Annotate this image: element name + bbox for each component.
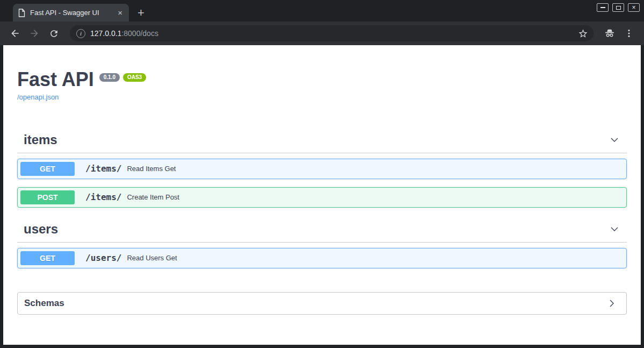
version-badge: 0.1.0 — [99, 73, 120, 82]
menu-kebab-icon[interactable] — [621, 26, 636, 41]
method-badge: GET — [20, 162, 75, 176]
close-button[interactable]: × — [628, 3, 640, 12]
minimize-icon — [600, 7, 605, 8]
section-users-header[interactable]: users — [17, 222, 627, 243]
operation-path: /items/ — [85, 192, 121, 202]
schemas-title: Schemas — [24, 298, 64, 309]
chevron-down-icon — [609, 223, 620, 235]
schemas-section[interactable]: Schemas — [17, 292, 627, 315]
minimize-button[interactable] — [597, 3, 609, 12]
operation-get-items[interactable]: GET /items/ Read Items Get — [17, 159, 627, 179]
chevron-right-icon — [606, 297, 618, 309]
method-badge: GET — [20, 251, 75, 265]
bookmark-star-icon[interactable] — [578, 29, 588, 39]
oas3-badge: OAS3 — [123, 73, 146, 82]
window-controls: × — [597, 3, 640, 12]
browser-tab[interactable]: Fast API - Swagger UI × — [13, 4, 129, 22]
section-title: items — [24, 132, 57, 147]
url-bar[interactable]: i 127.0.0.1:8000/docs — [70, 25, 594, 41]
section-title: users — [24, 222, 58, 237]
swagger-page: Fast API0.1.0OAS3 /openapi.json items GE… — [3, 45, 641, 345]
api-title: Fast API — [17, 68, 94, 90]
browser-toolbar: i 127.0.0.1:8000/docs — [0, 22, 644, 45]
reload-icon — [49, 29, 59, 39]
maximize-icon — [616, 6, 621, 10]
reload-button[interactable] — [46, 26, 61, 41]
section-items-header[interactable]: items — [17, 132, 627, 153]
back-arrow-icon — [10, 28, 20, 39]
forward-arrow-icon — [29, 28, 40, 39]
operation-post-items[interactable]: POST /items/ Create Item Post — [17, 187, 627, 208]
forward-button[interactable] — [27, 26, 42, 41]
section-items: items GET /items/ Read Items Get POST /i… — [17, 132, 627, 208]
section-users: users GET /users/ Read Users Get — [17, 222, 627, 268]
browser-titlebar: Fast API - Swagger UI × + × — [0, 0, 644, 22]
method-badge: POST — [20, 190, 75, 204]
operation-path: /items/ — [85, 164, 121, 174]
url-path: :8000/docs — [121, 29, 158, 38]
tab-close-icon[interactable]: × — [117, 9, 124, 17]
new-tab-button[interactable]: + — [138, 4, 144, 22]
openapi-spec-link[interactable]: /openapi.json — [17, 93, 59, 101]
operation-summary: Read Users Get — [127, 254, 177, 262]
incognito-badge-icon — [602, 26, 617, 41]
operation-get-users[interactable]: GET /users/ Read Users Get — [17, 248, 627, 268]
operation-summary: Read Items Get — [127, 165, 176, 173]
chevron-down-icon — [609, 134, 620, 146]
browser-window: Fast API - Swagger UI × + × i — [0, 0, 644, 348]
operation-path: /users/ — [85, 253, 121, 263]
tab-title: Fast API - Swagger UI — [30, 9, 112, 17]
maximize-button[interactable] — [612, 3, 624, 12]
back-button[interactable] — [8, 26, 23, 41]
site-info-icon[interactable]: i — [76, 29, 85, 38]
api-info: Fast API0.1.0OAS3 /openapi.json — [17, 45, 627, 102]
operation-summary: Create Item Post — [127, 193, 179, 201]
url-host: 127.0.0.1 — [90, 29, 121, 38]
page-favicon-icon — [18, 9, 25, 17]
